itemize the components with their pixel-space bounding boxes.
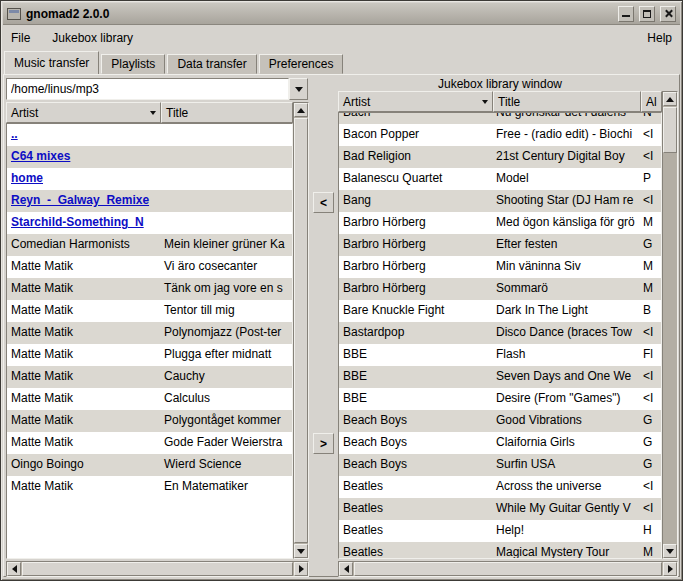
jukebox-artist-column-label: Artist: [343, 95, 370, 109]
jukebox-track-row[interactable]: BBE Desire (From "Games") <I: [339, 388, 661, 410]
jukebox-track-row[interactable]: BBE Flash Fl: [339, 344, 661, 366]
jukebox-track-row[interactable]: Barbro Hörberg Min väninna Siv M: [339, 256, 661, 278]
maximize-button[interactable]: [639, 6, 655, 22]
menu-help[interactable]: Help: [647, 31, 672, 45]
local-file-row[interactable]: Oingo Boingo Wierd Science: [7, 454, 292, 476]
jukebox-row-album: H: [639, 520, 661, 542]
jukebox-track-row[interactable]: Barbro Hörberg Med ögon känsliga för grö…: [339, 212, 661, 234]
jukebox-track-list: Bach Nu grönskar det i dalens N Bacon Po…: [338, 112, 662, 559]
local-artist-column-label: Artist: [11, 106, 38, 120]
local-artist-column-header[interactable]: Artist: [6, 102, 161, 123]
minimize-button[interactable]: [618, 6, 634, 22]
jukebox-row-artist: Barbro Hörberg: [339, 234, 492, 256]
jukebox-title-column-header[interactable]: Title: [493, 91, 641, 112]
local-title-column-label: Title: [166, 106, 188, 120]
jukebox-track-row[interactable]: Bad Religion 21st Century Digital Boy <I: [339, 146, 661, 168]
jukebox-artist-column-header[interactable]: Artist: [338, 91, 493, 112]
local-file-row[interactable]: Matte Matik Polynomjazz (Post-ter: [7, 322, 292, 344]
local-row-title: Calculus: [160, 388, 292, 410]
local-file-row[interactable]: Matte Matik Polygontåget kommer: [7, 410, 292, 432]
local-horizontal-scrollbar[interactable]: [6, 561, 309, 577]
jukebox-track-row[interactable]: Bang Shooting Star (DJ Ham re <I: [339, 190, 661, 212]
jukebox-row-artist: Beach Boys: [339, 432, 492, 454]
menu-file[interactable]: File: [11, 31, 30, 45]
tab-preferences[interactable]: Preferences: [259, 54, 344, 74]
local-scroll-down-button[interactable]: [294, 544, 308, 558]
local-row-title: Plugga efter midnatt: [160, 344, 292, 366]
jukebox-row-title: Sommarö: [492, 278, 639, 300]
local-vertical-scrollbar[interactable]: [293, 102, 309, 559]
local-path-dropdown-button[interactable]: [289, 78, 308, 100]
local-file-row[interactable]: Matte Matik Plugga efter midnatt: [7, 344, 292, 366]
menu-jukebox-library[interactable]: Jukebox library: [52, 31, 133, 45]
jukebox-row-album: M: [639, 278, 661, 300]
local-path-input[interactable]: [6, 78, 289, 100]
jukebox-row-title: Min väninna Siv: [492, 256, 639, 278]
jukebox-track-row[interactable]: Beatles While My Guitar Gently V <I: [339, 498, 661, 520]
jukebox-track-row[interactable]: Barbro Hörberg Sommarö M: [339, 278, 661, 300]
jukebox-track-row[interactable]: Bach Nu grönskar det i dalens N: [339, 112, 661, 124]
local-row-artist: Matte Matik: [7, 432, 160, 454]
local-file-row[interactable]: Matte Matik Gode Fader Weierstra: [7, 432, 292, 454]
close-button[interactable]: [660, 6, 676, 22]
jukebox-track-row[interactable]: Bastardpop Disco Dance (braces Tow <I: [339, 322, 661, 344]
jukebox-row-artist: Beatles: [339, 476, 492, 498]
local-file-row[interactable]: Matte Matik Tentor till mig: [7, 300, 292, 322]
local-file-row[interactable]: Starchild-Something_N: [7, 212, 292, 234]
jukebox-track-row[interactable]: Beach Boys Surfin USA G: [339, 454, 661, 476]
local-hscroll-thumb[interactable]: [22, 562, 293, 576]
jukebox-track-row[interactable]: Balanescu Quartet Model P: [339, 168, 661, 190]
local-row-artist: Matte Matik: [7, 388, 160, 410]
local-scroll-left-button[interactable]: [7, 562, 21, 576]
jukebox-row-album: M: [639, 212, 661, 234]
jukebox-track-row[interactable]: Bacon Popper Free - (radio edit) - Bioch…: [339, 124, 661, 146]
arrow-left-icon: [12, 565, 17, 573]
local-scroll-up-button[interactable]: [294, 103, 308, 117]
jukebox-track-row[interactable]: Beach Boys Good Vibrations G: [339, 410, 661, 432]
local-file-row[interactable]: home: [7, 168, 292, 190]
jukebox-row-album: <I: [639, 322, 661, 344]
local-file-row[interactable]: Reyn_-_Galway_Remixe: [7, 190, 292, 212]
local-path-combo: [6, 78, 308, 100]
jukebox-vscroll-thumb[interactable]: [663, 107, 677, 153]
jukebox-track-row[interactable]: BBE Seven Days and One We <I: [339, 366, 661, 388]
jukebox-track-row[interactable]: Beatles Help! H: [339, 520, 661, 542]
local-scroll-right-button[interactable]: [294, 562, 308, 576]
arrow-left-icon: [344, 565, 349, 573]
window-menu-icon[interactable]: [7, 8, 21, 20]
jukebox-vertical-scrollbar[interactable]: [662, 91, 678, 559]
jukebox-scroll-down-button[interactable]: [663, 544, 677, 558]
titlebar[interactable]: gnomad2 2.0.0: [3, 3, 680, 25]
local-file-row[interactable]: ..: [7, 124, 292, 146]
jukebox-hscroll-thumb[interactable]: [354, 562, 662, 576]
local-vscroll-thumb[interactable]: [294, 118, 308, 543]
transfer-to-jukebox-button[interactable]: >: [313, 433, 334, 454]
jukebox-row-album: M: [639, 256, 661, 278]
local-row-title: [160, 146, 292, 168]
jukebox-scroll-up-button[interactable]: [663, 92, 677, 106]
local-file-row[interactable]: Matte Matik Calculus: [7, 388, 292, 410]
tab-music-transfer[interactable]: Music transfer: [4, 51, 99, 74]
tab-data-transfer[interactable]: Data transfer: [167, 54, 256, 74]
local-file-row[interactable]: Matte Matik En Matematiker: [7, 476, 292, 498]
tab-playlists[interactable]: Playlists: [101, 54, 165, 74]
jukebox-track-row[interactable]: Beatles Magical Mystery Tour M: [339, 542, 661, 559]
local-file-row[interactable]: Matte Matik Cauchy: [7, 366, 292, 388]
local-title-column-header[interactable]: Title: [161, 102, 293, 123]
local-file-row[interactable]: Comedian Harmonists Mein kleiner grüner …: [7, 234, 292, 256]
jukebox-scroll-left-button[interactable]: [339, 562, 353, 576]
transfer-to-local-button[interactable]: <: [313, 192, 334, 213]
jukebox-scroll-right-button[interactable]: [663, 562, 677, 576]
jukebox-horizontal-scrollbar[interactable]: [338, 561, 678, 577]
local-file-row[interactable]: Matte Matik Tänk om jag vore en s: [7, 278, 292, 300]
jukebox-track-row[interactable]: Bare Knuckle Fight Dark In The Light B: [339, 300, 661, 322]
local-row-artist: Matte Matik: [7, 278, 160, 300]
local-file-row[interactable]: C64 mixes: [7, 146, 292, 168]
jukebox-track-row[interactable]: Beatles Across the universe <I: [339, 476, 661, 498]
jukebox-track-row[interactable]: Beach Boys Claifornia Girls G: [339, 432, 661, 454]
jukebox-track-row[interactable]: Barbro Hörberg Efter festen G: [339, 234, 661, 256]
local-file-row[interactable]: Matte Matik Vi äro cosecanter: [7, 256, 292, 278]
jukebox-row-title: Shooting Star (DJ Ham re: [492, 190, 639, 212]
jukebox-row-title: Seven Days and One We: [492, 366, 639, 388]
jukebox-album-column-header[interactable]: Al: [641, 91, 662, 112]
